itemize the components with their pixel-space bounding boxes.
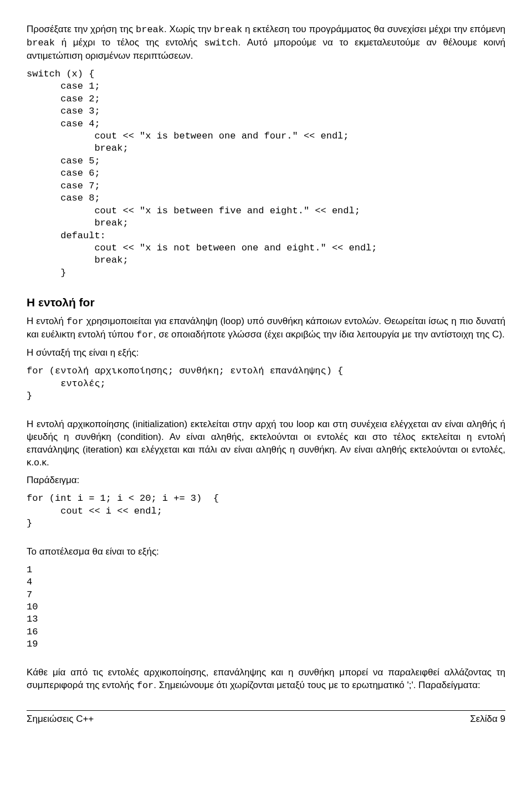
for-paragraph-example-label: Παράδειγμα: — [27, 474, 505, 487]
text: . Χωρίς την — [164, 24, 214, 34]
text: Προσέξατε την χρήση της — [27, 24, 136, 34]
for-paragraph-omit: Κάθε μία από τις εντολές αρχικοποίησης, … — [27, 666, 505, 693]
code-inline: break — [214, 24, 242, 35]
text: Η εντολή — [27, 316, 66, 326]
code-block-for-syntax: for (εντολή αρχικοποίησης; συνθήκη; εντο… — [27, 365, 505, 402]
text: , σε οποιαδήποτε γλώσσα (έχει ακριβώς τη… — [154, 329, 505, 340]
text: . Σημειώνουμε ότι χωρίζονται μεταξύ τους… — [154, 680, 480, 690]
for-paragraph-result-label: Το αποτέλεσμα θα είναι το εξής: — [27, 546, 505, 558]
for-paragraph-syntax-label: Η σύνταξή της είναι η εξής: — [27, 347, 505, 360]
code-inline: for — [136, 330, 154, 340]
footer-right: Σελίδα 9 — [470, 713, 505, 726]
text: η εκτέλεση του προγράμματος θα συνεχίσει… — [242, 24, 505, 34]
for-paragraph-explain: Η εντολή αρχικοποίησης (initialization) … — [27, 418, 505, 469]
text: ή μέχρι το τέλος της εντολής — [55, 37, 204, 48]
footer-left: Σημειώσεις C++ — [27, 713, 94, 726]
code-inline: for — [66, 316, 84, 327]
code-inline: break — [136, 24, 164, 35]
section-heading-for: Η εντολή for — [27, 295, 505, 310]
code-block-for-output: 1 4 7 10 13 16 19 — [27, 564, 505, 651]
code-inline: break — [27, 38, 55, 48]
code-block-for-example: for (int i = 1; i < 20; i += 3) { cout <… — [27, 493, 505, 530]
code-inline: switch — [204, 38, 238, 48]
for-paragraph-1: Η εντολή for χρησιμοποιείται για επανάλη… — [27, 315, 505, 342]
intro-paragraph: Προσέξατε την χρήση της break. Χωρίς την… — [27, 23, 505, 63]
code-block-switch: switch (x) { case 1; case 2; case 3; cas… — [27, 68, 505, 279]
code-inline: for — [137, 680, 154, 691]
page-footer: Σημειώσεις C++ Σελίδα 9 — [27, 710, 505, 726]
